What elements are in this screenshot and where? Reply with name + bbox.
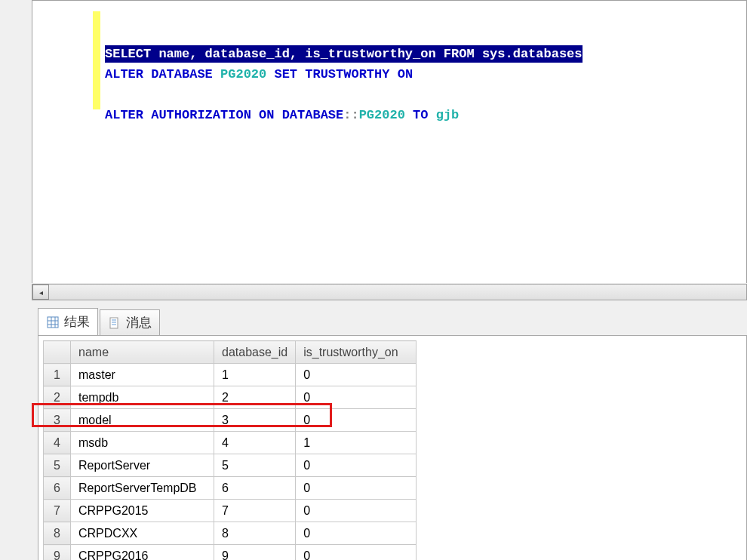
row-number[interactable]: 2 xyxy=(44,386,71,409)
results-grid[interactable]: name database_id is_trustworthy_on 1mast… xyxy=(43,340,417,560)
sql-kw[interactable]: SET TRUSTWORTHY ON xyxy=(274,67,413,82)
row-number[interactable]: 3 xyxy=(44,409,71,432)
cell-name[interactable]: model xyxy=(71,409,214,432)
cell-name[interactable]: CRPPG2016 xyxy=(71,545,214,561)
results-panel: name database_id is_trustworthy_on 1mast… xyxy=(38,335,747,560)
grid-corner[interactable] xyxy=(44,341,71,364)
sql-ident[interactable]: gjb xyxy=(436,108,460,122)
cell-trust[interactable]: 1 xyxy=(296,432,417,454)
cell-trust[interactable]: 0 xyxy=(296,522,417,545)
row-number[interactable]: 8 xyxy=(44,522,71,545)
cell-trust[interactable]: 0 xyxy=(296,500,417,522)
results-tabs: 结果 消息 xyxy=(38,308,747,335)
row-number[interactable]: 5 xyxy=(44,454,71,477)
row-number[interactable]: 1 xyxy=(44,364,71,386)
cell-name[interactable]: master xyxy=(71,364,214,386)
cell-trust[interactable]: 0 xyxy=(296,545,417,561)
cell-trust[interactable]: 0 xyxy=(296,477,417,500)
cell-dbid[interactable]: 2 xyxy=(214,386,296,409)
cell-name[interactable]: msdb xyxy=(71,432,214,454)
grid-header-row: name database_id is_trustworthy_on xyxy=(44,341,417,364)
cell-dbid[interactable]: 7 xyxy=(214,500,296,522)
tab-results-label: 结果 xyxy=(64,313,90,331)
tab-messages[interactable]: 消息 xyxy=(100,309,160,335)
cell-dbid[interactable]: 6 xyxy=(214,477,296,500)
sql-kw[interactable]: TO xyxy=(413,108,436,122)
table-row[interactable]: 8CRPDCXX80 xyxy=(44,522,417,545)
tab-results[interactable]: 结果 xyxy=(38,308,98,335)
cell-dbid[interactable]: 5 xyxy=(214,454,296,477)
sql-ident[interactable]: PG2020 xyxy=(359,108,413,122)
cell-name[interactable]: ReportServerTempDB xyxy=(71,477,214,500)
sql-kw[interactable]: ALTER AUTHORIZATION ON DATABASE xyxy=(105,108,343,122)
cell-trust[interactable]: 0 xyxy=(296,454,417,477)
col-header-trust[interactable]: is_trustworthy_on xyxy=(296,341,417,364)
cell-dbid[interactable]: 4 xyxy=(214,432,296,454)
cell-dbid[interactable]: 3 xyxy=(214,409,296,432)
cell-trust[interactable]: 0 xyxy=(296,364,417,386)
cell-trust[interactable]: 0 xyxy=(296,409,417,432)
sql-punct[interactable]: :: xyxy=(343,108,358,122)
table-row[interactable]: 5ReportServer50 xyxy=(44,454,417,477)
grid-icon xyxy=(46,315,60,329)
editor-content[interactable]: SELECT name, database_id, is_trustworthy… xyxy=(105,23,583,146)
cell-trust[interactable]: 0 xyxy=(296,386,417,409)
table-row[interactable]: 7CRPPG201570 xyxy=(44,500,417,522)
scroll-left-arrow-icon[interactable]: ◂ xyxy=(32,285,49,300)
table-row[interactable]: 4msdb41 xyxy=(44,432,417,454)
editor-h-scrollbar[interactable]: ◂ xyxy=(32,284,747,300)
svg-rect-0 xyxy=(48,317,58,328)
table-row[interactable]: 6ReportServerTempDB60 xyxy=(44,477,417,500)
sql-kw[interactable]: ALTER DATABASE xyxy=(105,67,220,82)
sql-ident[interactable]: PG2020 xyxy=(220,67,274,82)
editor-change-marker xyxy=(93,11,100,109)
table-row[interactable]: 2tempdb20 xyxy=(44,386,417,409)
svg-rect-5 xyxy=(110,318,118,328)
row-number[interactable]: 9 xyxy=(44,545,71,561)
table-row[interactable]: 3model30 xyxy=(44,409,417,432)
scroll-track[interactable] xyxy=(49,285,746,300)
col-header-name[interactable]: name xyxy=(71,341,214,364)
cell-name[interactable]: ReportServer xyxy=(71,454,214,477)
sql-editor[interactable]: SELECT name, database_id, is_trustworthy… xyxy=(32,0,747,283)
row-number[interactable]: 7 xyxy=(44,500,71,522)
sql-line-1[interactable]: SELECT name, database_id, is_trustworthy… xyxy=(105,45,583,63)
col-header-dbid[interactable]: database_id xyxy=(214,341,296,364)
cell-name[interactable]: CRPDCXX xyxy=(71,522,214,545)
cell-name[interactable]: tempdb xyxy=(71,386,214,409)
cell-dbid[interactable]: 9 xyxy=(214,545,296,561)
cell-name[interactable]: CRPPG2015 xyxy=(71,500,214,522)
cell-dbid[interactable]: 8 xyxy=(214,522,296,545)
page-icon xyxy=(108,316,121,330)
row-number[interactable]: 6 xyxy=(44,477,71,500)
row-number[interactable]: 4 xyxy=(44,432,71,454)
tab-messages-label: 消息 xyxy=(126,314,152,331)
table-row[interactable]: 9CRPPG201690 xyxy=(44,545,417,561)
cell-dbid[interactable]: 1 xyxy=(214,364,296,386)
table-row[interactable]: 1master10 xyxy=(44,364,417,386)
